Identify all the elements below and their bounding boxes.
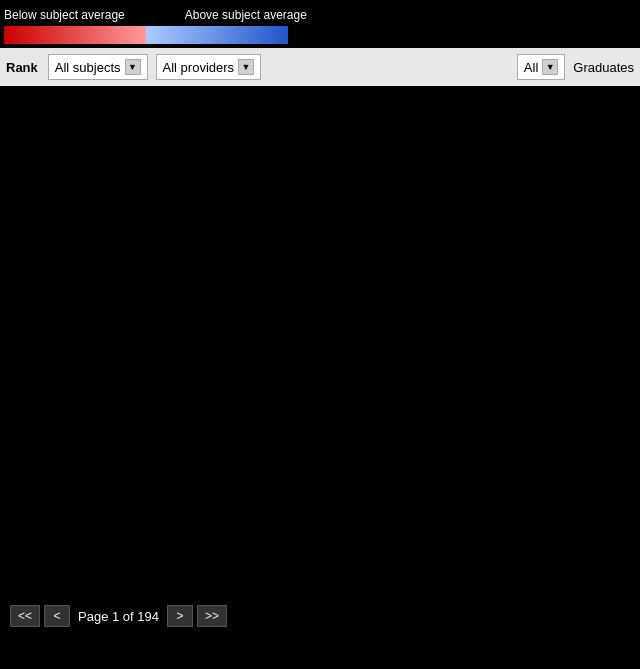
legend-labels: Below subject average Above subject aver… [4,8,636,22]
providers-dropdown-value: All providers [163,60,235,75]
legend-gradient [4,26,288,44]
subjects-dropdown-arrow[interactable]: ▼ [125,59,141,75]
legend-red-bar [4,26,146,44]
pagination: << < Page 1 of 194 > >> [0,595,640,637]
rank-label: Rank [6,60,38,75]
legend-blue-bar [146,26,288,44]
providers-dropdown[interactable]: All providers ▼ [156,54,262,80]
above-average-label: Above subject average [185,8,307,22]
prev-page-button[interactable]: < [44,605,70,627]
subjects-dropdown[interactable]: All subjects ▼ [48,54,148,80]
next-page-button[interactable]: > [167,605,193,627]
last-page-button[interactable]: >> [197,605,227,627]
filter-dropdown[interactable]: All ▼ [517,54,565,80]
providers-dropdown-arrow[interactable]: ▼ [238,59,254,75]
subjects-dropdown-value: All subjects [55,60,121,75]
graduates-label: Graduates [573,60,634,75]
page-info: Page 1 of 194 [78,609,159,624]
filter-dropdown-arrow[interactable]: ▼ [542,59,558,75]
legend-area: Below subject average Above subject aver… [0,0,640,48]
toolbar: Rank All subjects ▼ All providers ▼ All … [0,48,640,86]
below-average-label: Below subject average [4,8,125,22]
main-content [0,86,640,595]
filter-dropdown-value: All [524,60,538,75]
first-page-button[interactable]: << [10,605,40,627]
